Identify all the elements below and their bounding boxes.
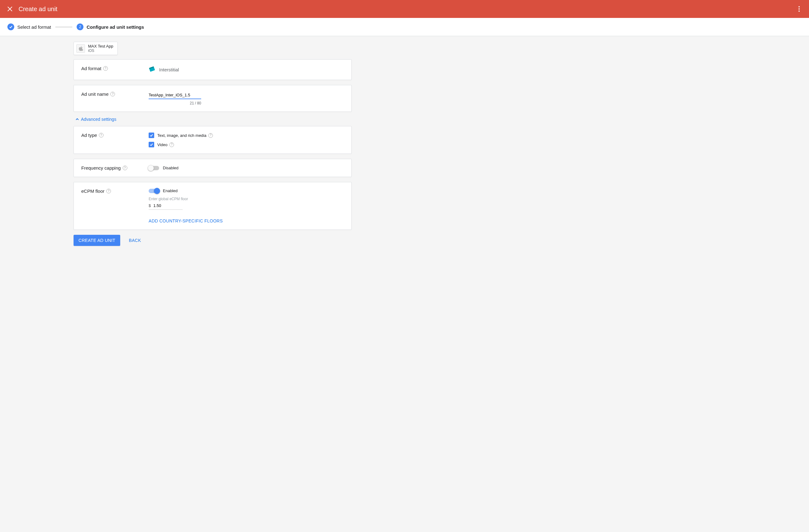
step-1-circle <box>7 23 14 30</box>
ecpm-floor-hint: Enter global eCPM floor <box>149 197 344 201</box>
advanced-settings-label: Advanced settings <box>81 117 116 122</box>
help-icon[interactable]: ? <box>110 92 115 97</box>
frequency-capping-label: Frequency capping ? <box>81 165 149 171</box>
frequency-capping-toggle[interactable] <box>149 166 159 170</box>
more-menu-button[interactable] <box>795 5 803 13</box>
frequency-capping-card: Frequency capping ? Disabled <box>73 159 352 177</box>
help-icon[interactable]: ? <box>208 133 213 138</box>
interstitial-icon <box>149 66 155 73</box>
svg-point-2 <box>798 6 800 7</box>
help-icon[interactable]: ? <box>106 189 111 193</box>
ecpm-floor-card: eCPM floor ? Enabled Enter global eCPM f… <box>73 182 352 230</box>
app-chip[interactable]: MAX Test App iOS <box>73 42 118 55</box>
ad-unit-name-label: Ad unit name ? <box>81 91 149 97</box>
ecpm-floor-input-wrap: $ <box>149 202 183 210</box>
step-1[interactable]: Select ad format <box>7 23 51 30</box>
footer-actions: CREATE AD UNIT BACK <box>73 235 352 246</box>
ecpm-floor-label-text: eCPM floor <box>81 188 104 194</box>
ad-type-video-label: Video <box>157 142 168 147</box>
page-title: Create ad unit <box>19 5 57 13</box>
ecpm-floor-status: Enabled <box>163 188 178 193</box>
step-2: 2 Configure ad unit settings <box>76 23 144 30</box>
ecpm-floor-label: eCPM floor ? <box>81 188 149 194</box>
ad-type-text-media-label: Text, image, and rich media <box>157 133 206 138</box>
ad-unit-name-card: Ad unit name ? 21 / 80 <box>73 85 352 112</box>
ad-format-label: Ad format ? <box>81 66 149 71</box>
step-2-circle: 2 <box>76 23 83 30</box>
kebab-icon <box>798 6 800 12</box>
svg-point-4 <box>798 11 800 12</box>
ad-type-card: Ad type ? Text, image, and rich media ? <box>73 126 352 154</box>
step-2-label: Configure ad unit settings <box>87 24 144 30</box>
ad-format-card: Ad format ? Interstitial <box>73 59 352 80</box>
help-icon[interactable]: ? <box>169 142 174 147</box>
ad-unit-name-input[interactable] <box>149 91 201 99</box>
app-platform: iOS <box>88 49 113 53</box>
help-icon[interactable]: ? <box>99 133 104 137</box>
char-counter: 21 / 80 <box>149 101 201 105</box>
ecpm-floor-toggle[interactable] <box>149 189 159 193</box>
chevron-up-icon <box>75 117 79 121</box>
step-1-label: Select ad format <box>17 24 51 30</box>
ad-unit-name-label-text: Ad unit name <box>81 91 108 97</box>
help-icon[interactable]: ? <box>103 66 108 71</box>
close-icon <box>7 6 13 12</box>
app-name: MAX Test App <box>88 44 113 49</box>
back-button[interactable]: BACK <box>127 238 143 243</box>
step-connector <box>55 27 72 27</box>
ad-type-text-media-checkbox[interactable] <box>149 133 154 138</box>
ad-type-label-text: Ad type <box>81 133 97 138</box>
header-bar: Create ad unit <box>0 0 809 18</box>
ad-format-label-text: Ad format <box>81 66 101 71</box>
currency-symbol: $ <box>149 203 151 208</box>
ad-format-value: Interstitial <box>159 67 179 72</box>
close-button[interactable] <box>6 5 14 13</box>
frequency-capping-status: Disabled <box>163 166 178 170</box>
content-column: MAX Test App iOS Ad format ? Interstitia… <box>73 36 352 264</box>
frequency-capping-label-text: Frequency capping <box>81 165 121 171</box>
stepper: Select ad format 2 Configure ad unit set… <box>0 18 809 36</box>
svg-point-3 <box>798 8 800 10</box>
check-icon <box>150 134 153 137</box>
ad-type-video-checkbox[interactable] <box>149 142 154 148</box>
ecpm-floor-input[interactable] <box>153 203 174 208</box>
create-ad-unit-button[interactable]: CREATE AD UNIT <box>73 235 120 246</box>
help-icon[interactable]: ? <box>123 166 127 170</box>
check-icon <box>9 25 13 29</box>
advanced-settings-toggle[interactable]: Advanced settings <box>75 117 352 122</box>
check-icon <box>150 143 153 147</box>
ad-type-label: Ad type ? <box>81 133 149 138</box>
apple-icon <box>76 44 85 53</box>
add-country-floors-link[interactable]: ADD COUNTRY-SPECIFIC FLOORS <box>149 219 223 223</box>
